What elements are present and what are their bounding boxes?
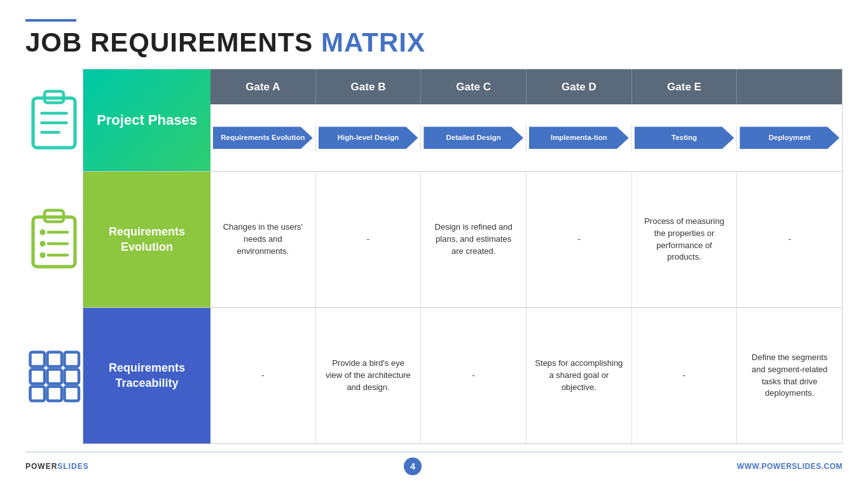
table-row-2: Requirements Traceability - Provide a bi…	[83, 307, 842, 443]
grid-icon	[25, 347, 83, 405]
checklist-icon	[25, 206, 83, 272]
footer: POWERSLIDES 4 WWW.POWERSLIDES.COM	[25, 452, 843, 475]
row1-data-cells: Changes in the users' needs and environm…	[210, 172, 842, 307]
arrow-body-5: Testing	[635, 127, 734, 149]
table-header: Project Phases Gate A Gate B Gate C	[83, 69, 842, 171]
svg-rect-15	[65, 352, 79, 366]
row2-header: Requirements Traceability	[83, 308, 210, 443]
svg-rect-18	[65, 369, 79, 384]
row2-cell-1: -	[210, 308, 315, 443]
page: JOB REQUIREMENTS MATRIX	[0, 0, 868, 488]
phase-header-label: Project Phases	[97, 111, 197, 130]
phase-arrow-5: Testing	[631, 124, 737, 151]
phase-header-cell: Project Phases	[83, 69, 210, 171]
gate-label-a: Gate A	[210, 69, 315, 104]
footer-url: WWW.POWERSLIDES.COM	[737, 462, 843, 471]
svg-rect-14	[48, 352, 62, 366]
table-row-1: Requirements Evolution Changes in the us…	[83, 171, 842, 307]
row2-cell-2: Provide a bird's eye view of the archite…	[315, 308, 421, 443]
arrow-shape-1: Requirements Evolution	[213, 127, 313, 149]
phase-arrow-4: Implementa-tion	[526, 124, 631, 151]
phase-arrow-3: Detailed Design	[420, 124, 526, 151]
row1-cell-5: Process of measuring the properties or p…	[631, 172, 737, 307]
svg-rect-5	[33, 217, 75, 267]
matrix-container: Project Phases Gate A Gate B Gate C	[25, 69, 843, 444]
gate-label-b: Gate B	[315, 69, 421, 104]
row2-cell-3: -	[420, 308, 526, 443]
arrow-shape-4: Implementa-tion	[529, 127, 629, 149]
svg-rect-17	[48, 369, 62, 384]
svg-rect-13	[31, 352, 45, 366]
gate-label-d: Gate D	[526, 69, 631, 104]
table-body: Requirements Evolution Changes in the us…	[83, 171, 842, 443]
arrow-body-6: Deployment	[740, 127, 839, 149]
header-accent-line	[25, 19, 76, 22]
arrow-body-3: Detailed Design	[424, 127, 523, 149]
gate-label-e: Gate E	[631, 69, 737, 104]
arrow-shape-2: High-level Design	[319, 127, 418, 149]
arrow-body-1: Requirements Evolution	[213, 127, 313, 149]
row2-data-cells: - Provide a bird's eye view of the archi…	[210, 308, 842, 443]
row2-cell-6: Define the segments and segment-related …	[736, 308, 842, 443]
svg-point-11	[40, 253, 46, 258]
arrow-shape-6: Deployment	[740, 127, 839, 149]
gate-label-c: Gate C	[420, 69, 526, 104]
svg-point-7	[40, 230, 46, 235]
matrix-table: Project Phases Gate A Gate B Gate C	[83, 69, 843, 444]
title-part2: MATRIX	[321, 27, 425, 57]
row1-icon-cell	[25, 171, 83, 307]
row1-cell-4: -	[526, 172, 631, 307]
arrow-shape-3: Detailed Design	[424, 127, 523, 149]
page-title: JOB REQUIREMENTS MATRIX	[25, 28, 843, 57]
row1-cell-6: -	[736, 172, 842, 307]
arrow-shape-5: Testing	[635, 127, 734, 149]
footer-brand-part2: SLIDES	[57, 462, 88, 471]
arrow-body-2: High-level Design	[319, 127, 418, 149]
row1-header: Requirements Evolution	[83, 172, 210, 307]
svg-rect-19	[31, 386, 45, 401]
header: JOB REQUIREMENTS MATRIX	[25, 19, 843, 57]
row1-cell-2: -	[315, 172, 421, 307]
row1-cell-1: Changes in the users' needs and environm…	[210, 172, 315, 307]
svg-point-9	[40, 241, 46, 247]
footer-brand-part1: POWER	[25, 462, 57, 471]
gates-header: Gate A Gate B Gate C Gate D Gate E	[210, 69, 842, 171]
svg-rect-20	[48, 386, 62, 401]
header-icon-cell	[25, 69, 83, 171]
svg-rect-21	[65, 386, 79, 401]
row2-cell-5: -	[631, 308, 737, 443]
clipboard-icon	[25, 87, 83, 153]
phases-arrow-row: Requirements Evolution High-level Design…	[210, 104, 842, 171]
gate-label-f	[736, 69, 842, 104]
arrow-body-4: Implementa-tion	[529, 127, 629, 149]
row1-cell-3: Design is refined and plans, and estimat…	[420, 172, 526, 307]
phase-arrow-6: Deployment	[736, 124, 842, 151]
svg-rect-16	[31, 369, 45, 384]
row2-icon-cell	[25, 307, 83, 444]
phase-arrow-1: Requirements Evolution	[210, 124, 315, 151]
page-number-badge: 4	[404, 457, 422, 475]
icon-column	[25, 69, 83, 444]
phase-arrow-2: High-level Design	[315, 124, 421, 151]
gate-labels-row: Gate A Gate B Gate C Gate D Gate E	[210, 69, 842, 104]
row2-cell-4: Steps for accomplishing a shared goal or…	[526, 308, 631, 443]
title-part1: JOB REQUIREMENTS	[25, 27, 321, 57]
footer-brand: POWERSLIDES	[25, 462, 89, 471]
